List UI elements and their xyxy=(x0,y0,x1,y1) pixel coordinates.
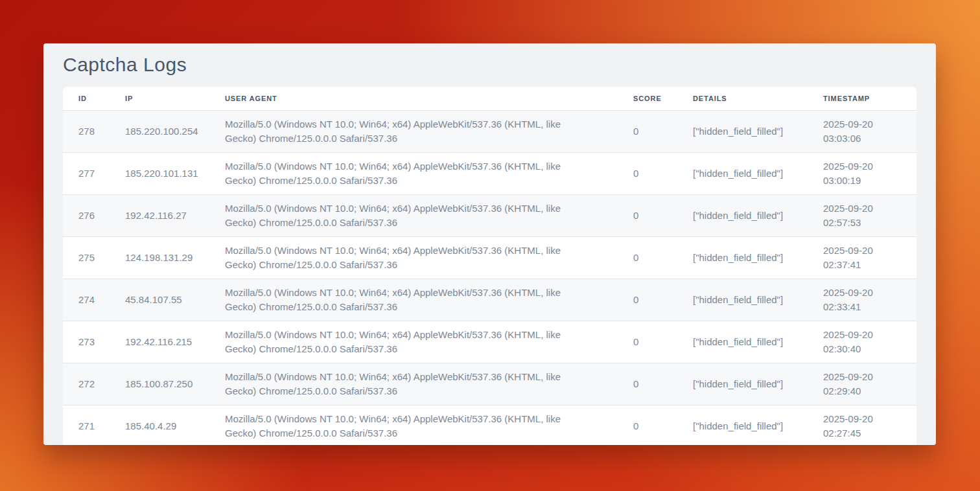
page-background: { "page": { "title": "Captcha Logs" }, "… xyxy=(0,0,980,491)
cell-ip: 192.42.116.27 xyxy=(110,194,209,236)
table-row: 271 185.40.4.29 Mozilla/5.0 (Windows NT … xyxy=(63,405,916,445)
cell-details: ["hidden_field_filled"] xyxy=(677,405,808,445)
cell-details: ["hidden_field_filled"] xyxy=(677,152,808,194)
cell-id: 275 xyxy=(63,236,110,279)
cell-timestamp: 2025-09-20 02:30:40 xyxy=(808,321,916,363)
table-row: 272 185.100.87.250 Mozilla/5.0 (Windows … xyxy=(63,363,916,405)
cell-score: 0 xyxy=(618,363,677,405)
cell-user-agent: Mozilla/5.0 (Windows NT 10.0; Win64; x64… xyxy=(209,194,618,236)
cell-details: ["hidden_field_filled"] xyxy=(677,321,808,363)
cell-timestamp: 2025-09-20 02:29:40 xyxy=(808,363,916,405)
cell-ip: 124.198.131.29 xyxy=(110,236,209,279)
cell-id: 271 xyxy=(63,405,110,445)
table-row: 275 124.198.131.29 Mozilla/5.0 (Windows … xyxy=(63,236,916,279)
column-header-user-agent: USER AGENT xyxy=(209,87,618,110)
captcha-logs-table-container: ID IP USER AGENT SCORE DETAILS TIMESTAMP… xyxy=(63,87,916,445)
cell-timestamp: 2025-09-20 02:27:45 xyxy=(808,405,916,445)
captcha-logs-card: Captcha Logs ID IP USER AGENT SCORE DETA… xyxy=(43,43,936,445)
column-header-ip: IP xyxy=(110,87,209,110)
table-header-row: ID IP USER AGENT SCORE DETAILS TIMESTAMP xyxy=(63,87,916,110)
table-row: 277 185.220.101.131 Mozilla/5.0 (Windows… xyxy=(63,152,916,194)
cell-score: 0 xyxy=(618,110,677,152)
table-row: 273 192.42.116.215 Mozilla/5.0 (Windows … xyxy=(63,321,916,363)
cell-user-agent: Mozilla/5.0 (Windows NT 10.0; Win64; x64… xyxy=(209,152,618,194)
page-title: Captcha Logs xyxy=(63,54,916,76)
cell-id: 272 xyxy=(63,363,110,405)
cell-score: 0 xyxy=(618,279,677,321)
cell-id: 274 xyxy=(63,279,110,321)
column-header-timestamp: TIMESTAMP xyxy=(808,87,916,110)
cell-score: 0 xyxy=(618,236,677,279)
cell-score: 0 xyxy=(618,321,677,363)
cell-details: ["hidden_field_filled"] xyxy=(677,236,808,279)
cell-user-agent: Mozilla/5.0 (Windows NT 10.0; Win64; x64… xyxy=(209,110,618,152)
cell-details: ["hidden_field_filled"] xyxy=(677,110,808,152)
cell-id: 277 xyxy=(63,152,110,194)
table-body: 278 185.220.100.254 Mozilla/5.0 (Windows… xyxy=(63,110,916,445)
cell-user-agent: Mozilla/5.0 (Windows NT 10.0; Win64; x64… xyxy=(209,279,618,321)
cell-user-agent: Mozilla/5.0 (Windows NT 10.0; Win64; x64… xyxy=(209,236,618,279)
cell-timestamp: 2025-09-20 02:33:41 xyxy=(808,279,916,321)
cell-user-agent: Mozilla/5.0 (Windows NT 10.0; Win64; x64… xyxy=(209,321,618,363)
cell-score: 0 xyxy=(618,152,677,194)
cell-id: 278 xyxy=(63,110,110,152)
cell-details: ["hidden_field_filled"] xyxy=(677,363,808,405)
cell-ip: 45.84.107.55 xyxy=(110,279,209,321)
column-header-id: ID xyxy=(63,87,110,110)
cell-id: 276 xyxy=(63,194,110,236)
cell-timestamp: 2025-09-20 03:00:19 xyxy=(808,152,916,194)
table-header: ID IP USER AGENT SCORE DETAILS TIMESTAMP xyxy=(63,87,916,110)
cell-timestamp: 2025-09-20 02:57:53 xyxy=(808,194,916,236)
column-header-details: DETAILS xyxy=(677,87,808,110)
captcha-logs-table: ID IP USER AGENT SCORE DETAILS TIMESTAMP… xyxy=(63,87,916,445)
table-row: 274 45.84.107.55 Mozilla/5.0 (Windows NT… xyxy=(63,279,916,321)
cell-ip: 185.100.87.250 xyxy=(110,363,209,405)
cell-score: 0 xyxy=(618,405,677,445)
cell-ip: 185.220.100.254 xyxy=(110,110,209,152)
cell-timestamp: 2025-09-20 03:03:06 xyxy=(808,110,916,152)
cell-ip: 185.40.4.29 xyxy=(110,405,209,445)
table-row: 276 192.42.116.27 Mozilla/5.0 (Windows N… xyxy=(63,194,916,236)
cell-score: 0 xyxy=(618,194,677,236)
cell-ip: 185.220.101.131 xyxy=(110,152,209,194)
cell-ip: 192.42.116.215 xyxy=(110,321,209,363)
table-row: 278 185.220.100.254 Mozilla/5.0 (Windows… xyxy=(63,110,916,152)
cell-id: 273 xyxy=(63,321,110,363)
cell-timestamp: 2025-09-20 02:37:41 xyxy=(808,236,916,279)
cell-details: ["hidden_field_filled"] xyxy=(677,279,808,321)
cell-details: ["hidden_field_filled"] xyxy=(677,194,808,236)
cell-user-agent: Mozilla/5.0 (Windows NT 10.0; Win64; x64… xyxy=(209,405,618,445)
cell-user-agent: Mozilla/5.0 (Windows NT 10.0; Win64; x64… xyxy=(209,363,618,405)
column-header-score: SCORE xyxy=(618,87,677,110)
